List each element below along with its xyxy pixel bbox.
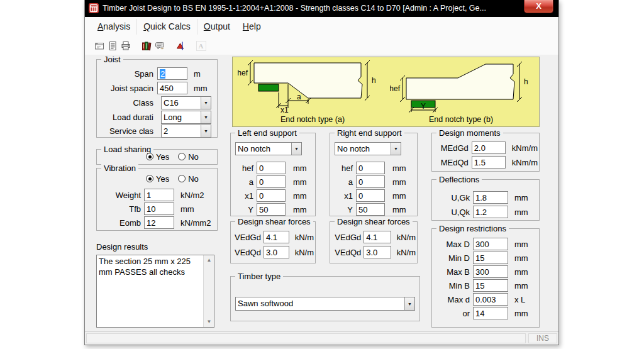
- scroll-down-icon[interactable]: ▼: [204, 317, 214, 327]
- titlebar[interactable]: Timber Joist Design to BS EN 1995-1-1:20…: [85, 0, 558, 17]
- caption-end-notch-a: End notch type (a): [247, 115, 379, 124]
- max-d-defl-label: Max d: [436, 295, 470, 304]
- max-d-input[interactable]: 300: [473, 238, 508, 250]
- menu-quick-calcs[interactable]: Quick Calcs: [137, 17, 197, 36]
- feedback-icon[interactable]: [153, 39, 166, 52]
- report-icon[interactable]: [106, 39, 119, 52]
- medgd-unit: kNm/m: [512, 143, 538, 153]
- group-title: Deflections: [436, 175, 482, 184]
- left-vedqd-input[interactable]: 3.0: [264, 246, 289, 258]
- vedqd-unit: kN/m: [295, 248, 314, 257]
- max-b-input[interactable]: 300: [473, 265, 508, 278]
- client-area: Joist Span 2 m Joist spacin 450 mm Class…: [85, 55, 558, 331]
- ugk-input[interactable]: 1.8: [473, 191, 508, 204]
- right-hef-input[interactable]: 0: [356, 162, 385, 174]
- min-d-input[interactable]: 15: [473, 252, 508, 264]
- left-x1-input[interactable]: 0: [257, 189, 286, 202]
- chevron-down-icon[interactable]: ▼: [201, 125, 211, 137]
- right-y-input[interactable]: 50: [356, 203, 385, 216]
- vibration-yes-radio[interactable]: [146, 175, 153, 182]
- chevron-down-icon[interactable]: ▼: [404, 297, 414, 310]
- min-b-input[interactable]: 15: [473, 279, 508, 292]
- min-b-label: Min B: [436, 281, 470, 291]
- eomb-input[interactable]: 12: [144, 216, 174, 229]
- ins-indicator: INS: [528, 333, 557, 343]
- left-hef-input[interactable]: 0: [257, 162, 286, 174]
- service-class-select[interactable]: 2 ▼: [161, 125, 211, 138]
- span-input[interactable]: 2: [157, 67, 187, 80]
- medgd-input[interactable]: 2.0: [472, 141, 506, 154]
- min-d-unit: mm: [514, 253, 528, 263]
- group-joist: Joist Span 2 m Joist spacin 450 mm Class…: [96, 59, 218, 138]
- no-label: No: [188, 174, 199, 184]
- right-vedgd-input[interactable]: 4.1: [364, 231, 391, 243]
- left-y-input[interactable]: 50: [257, 203, 286, 216]
- library-icon[interactable]: [140, 39, 153, 52]
- x1-unit: mm: [392, 191, 406, 201]
- chevron-down-icon[interactable]: ▼: [391, 143, 401, 155]
- medqd-input[interactable]: 1.5: [472, 156, 506, 169]
- print-icon[interactable]: [119, 39, 132, 52]
- span-label: Span: [101, 69, 153, 79]
- eomb-label: Eomb: [101, 218, 141, 228]
- svg-text:h: h: [524, 77, 528, 86]
- joist-spacing-input[interactable]: 450: [157, 82, 187, 94]
- timber-type-select[interactable]: Sawn softwood ▼: [235, 297, 415, 311]
- menu-help[interactable]: Help: [236, 17, 267, 36]
- statusbar: INS: [85, 331, 558, 345]
- load-sharing-yes-radio[interactable]: [146, 153, 153, 160]
- yes-label: Yes: [156, 152, 169, 162]
- group-design-moments: Design moments MEdGd 2.0 kNm/m MEdQd 1.5…: [431, 133, 540, 172]
- end-notch-diagram-panel: hef h a x1: [232, 57, 540, 127]
- vedgd-unit: kN/m: [397, 233, 416, 242]
- max-d-defl-input[interactable]: 0.003: [473, 293, 508, 306]
- x1-label: x1: [334, 191, 353, 201]
- close-button[interactable]: X: [524, 0, 553, 13]
- vibration-no-radio[interactable]: [178, 175, 186, 182]
- service-class-label: Service clas: [101, 126, 153, 136]
- chevron-down-icon[interactable]: ▼: [201, 97, 211, 109]
- load-sharing-no-radio[interactable]: [178, 153, 186, 160]
- design-results-label: Design results: [96, 242, 148, 252]
- right-a-input[interactable]: 0: [356, 175, 385, 188]
- design-results-text: The section 25 mm x 225 mm PASSES all ch…: [99, 256, 201, 277]
- a-unit: mm: [392, 177, 406, 187]
- right-notch-select[interactable]: No notch ▼: [335, 142, 401, 155]
- class-select[interactable]: C16 ▼: [161, 96, 211, 109]
- chevron-down-icon[interactable]: ▼: [291, 143, 301, 155]
- tfb-input[interactable]: 10: [144, 202, 174, 215]
- font-icon[interactable]: A: [194, 39, 208, 52]
- menu-output[interactable]: Output: [197, 17, 236, 36]
- right-vedqd-input[interactable]: 3.0: [364, 246, 391, 258]
- right-x1-input[interactable]: 0: [356, 189, 385, 202]
- chevron-down-icon[interactable]: ▼: [201, 111, 211, 123]
- group-title: Design moments: [436, 128, 503, 138]
- vedqd-unit: kN/m: [397, 248, 416, 257]
- uqk-input[interactable]: 1.2: [473, 206, 508, 218]
- left-vedgd-input[interactable]: 4.1: [264, 231, 289, 243]
- svg-text:hef: hef: [238, 69, 248, 77]
- or-label: or: [436, 309, 470, 318]
- group-left-end-support: Left end support No notch ▼ hef 0 mm a 0…: [230, 133, 316, 216]
- group-shear-left: Design shear forces VEdGd 4.1 kN/m VEdQd…: [230, 221, 316, 263]
- tfb-label: Tfb: [101, 204, 141, 214]
- scrollbar[interactable]: ▲ ▼: [203, 255, 214, 327]
- left-notch-select[interactable]: No notch ▼: [235, 142, 302, 155]
- scroll-up-icon[interactable]: ▲: [204, 255, 214, 265]
- app-window: Timber Joist Design to BS EN 1995-1-1:20…: [84, 0, 559, 345]
- min-d-label: Min D: [436, 253, 470, 263]
- vedgd-label: VEdGd: [235, 233, 261, 242]
- plot-icon[interactable]: [174, 39, 187, 52]
- max-b-label: Max B: [436, 267, 470, 277]
- x1-label: x1: [235, 191, 253, 201]
- menu-analysis[interactable]: Analysis: [91, 17, 136, 36]
- load-duration-select[interactable]: Long ▼: [161, 111, 211, 124]
- or-input[interactable]: 14: [473, 307, 508, 319]
- form-icon[interactable]: [92, 39, 106, 52]
- or-unit: mm: [514, 309, 528, 318]
- design-results-box[interactable]: The section 25 mm x 225 mm PASSES all ch…: [96, 255, 214, 328]
- left-a-input[interactable]: 0: [257, 175, 286, 188]
- weight-input[interactable]: 1: [144, 189, 174, 201]
- joist-spacing-label: Joist spacin: [101, 84, 153, 93]
- svg-text:x1: x1: [280, 106, 289, 113]
